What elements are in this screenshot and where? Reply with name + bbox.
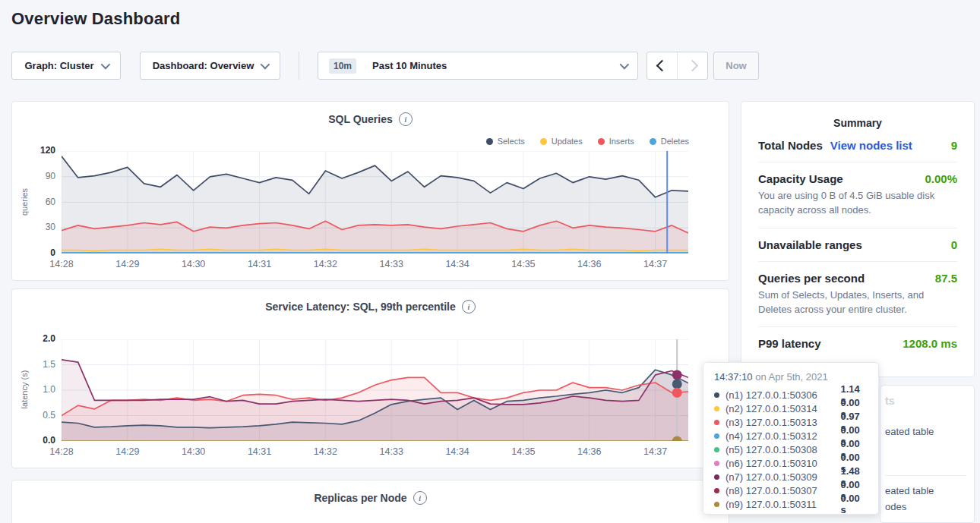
info-icon[interactable]: i	[462, 300, 476, 313]
tooltip-date: on Apr 5th, 2021	[755, 371, 827, 383]
y-axis-tick: 0.5	[12, 410, 55, 421]
x-axis-tick: 14:33	[380, 259, 403, 269]
tooltip-node-label: (n6) 127.0.0.1:50310	[726, 458, 834, 469]
info-icon[interactable]: i	[413, 491, 427, 505]
legend-color-dot	[650, 138, 656, 145]
series-color-dot	[714, 447, 719, 452]
summary-row: P99 latency1208.0 ms	[758, 327, 957, 360]
series-color-dot	[714, 392, 719, 398]
x-axis-tick: 14:37	[643, 446, 667, 457]
tooltip-node-label: (n8) 127.0.0.1:50307	[726, 485, 834, 496]
overview-dashboard-page: Overview Dashboard Graph: Cluster Dashbo…	[0, 0, 980, 523]
tooltip-header: 14:37:10 on Apr 5th, 2021	[714, 371, 868, 383]
legend-item[interactable]: Inserts	[598, 137, 634, 146]
summary-row: Capacity Usage0.00%You are using 0 B of …	[758, 162, 957, 228]
x-axis-tick: 14:32	[314, 259, 337, 269]
tooltip-node-label: (n2) 127.0.0.1:50314	[726, 403, 834, 414]
dashboard-dropdown-label: Dashboard: Overview	[153, 60, 254, 71]
tooltip-node-label: (n4) 127.0.0.1:50312	[726, 430, 834, 442]
chart-svg	[62, 151, 688, 254]
x-axis-tick: 14:36	[577, 446, 601, 457]
summary-rows: Total NodesView nodes list9Capacity Usag…	[758, 129, 957, 360]
page-title: Overview Dashboard	[11, 9, 180, 29]
sql-queries-card: SQL Queries i SelectsUpdatesInsertsDelet…	[11, 101, 729, 281]
legend-color-dot	[540, 138, 547, 145]
legend-label: Deletes	[661, 137, 689, 146]
event-item[interactable]: eated table	[885, 424, 934, 440]
chevron-down-icon	[261, 60, 270, 70]
next-time-button[interactable]	[677, 52, 707, 79]
chevron-down-icon	[100, 60, 110, 70]
summary-row-value: 9	[951, 139, 957, 152]
now-button[interactable]: Now	[713, 52, 759, 80]
summary-row-value: 0	[951, 238, 957, 251]
replicas-per-node-title: Replicas per Node i	[12, 491, 729, 505]
x-axis-tick: 14:28	[49, 446, 73, 457]
event-text-fragment: odes	[885, 499, 934, 515]
summary-row: Unavailable ranges0	[758, 228, 957, 262]
tooltip-node-value: 0.00 s	[840, 493, 868, 515]
y-axis-tick: 1.0	[12, 384, 55, 395]
event-text-fragment: eated table	[885, 483, 934, 499]
service-latency-plot[interactable]	[62, 339, 688, 441]
tooltip-row: (n9) 127.0.0.1:503110.00 s	[714, 497, 868, 511]
summary-row-description: Sum of Selects, Updates, Inserts, and De…	[758, 288, 957, 317]
x-axis-tick: 14:32	[314, 446, 337, 457]
y-axis-tick: 120	[12, 145, 55, 156]
y-axis-tick: 0	[12, 247, 55, 258]
toolbar-divider	[299, 52, 299, 80]
tooltip-node-label: (n9) 127.0.0.1:50311	[726, 499, 834, 510]
series-color-dot	[714, 406, 719, 411]
legend-color-dot	[486, 138, 493, 145]
event-text-fragment: eated table	[885, 426, 934, 437]
chevron-left-icon	[656, 60, 669, 72]
legend-item[interactable]: Deletes	[650, 137, 689, 146]
service-latency-card: Service Latency: SQL, 99th percentile i …	[11, 288, 729, 468]
summary-row-label: Capacity Usage	[758, 172, 843, 185]
y-axis-tick: 0.0	[12, 435, 55, 446]
dashboard-dropdown[interactable]: Dashboard: Overview	[140, 52, 280, 80]
y-axis-tick: 60	[12, 197, 55, 207]
summary-title: Summary	[758, 117, 957, 129]
y-axis-tick: 2.0	[12, 333, 55, 344]
summary-row-value: 0.00%	[925, 172, 957, 185]
chart-title-text: Service Latency: SQL, 99th percentile	[265, 301, 456, 313]
x-axis-tick: 14:37	[643, 259, 667, 269]
x-axis-tick: 14:30	[182, 446, 205, 457]
replicas-per-node-card: Replicas per Node i	[11, 480, 729, 523]
summary-row-description: You are using 0 B of 4.5 GiB usable disk…	[758, 189, 957, 218]
series-color-dot	[714, 420, 719, 425]
x-axis-tick: 14:34	[445, 259, 469, 269]
y-axis-tick: 90	[12, 171, 55, 181]
graph-dropdown[interactable]: Graph: Cluster	[11, 52, 121, 80]
time-range-dropdown[interactable]: 10m Past 10 Minutes	[318, 52, 638, 80]
event-item[interactable]: eated table odes	[885, 483, 934, 515]
summary-row: Queries per second87.5Sum of Selects, Up…	[758, 262, 957, 328]
legend-item[interactable]: Updates	[540, 137, 583, 146]
sql-queries-plot[interactable]	[62, 151, 688, 254]
x-axis-tick: 14:28	[49, 259, 73, 269]
tooltip-node-label: (n3) 127.0.0.1:50313	[726, 417, 834, 428]
chart-svg	[62, 339, 688, 441]
chevron-right-icon	[687, 60, 699, 72]
chart-title-text: SQL Queries	[328, 113, 393, 125]
info-icon[interactable]: i	[399, 112, 413, 126]
time-range-label: Past 10 Minutes	[372, 60, 447, 71]
legend-item[interactable]: Selects	[486, 137, 525, 146]
chevron-down-icon	[620, 60, 630, 70]
summary-row-value: 87.5	[935, 272, 957, 285]
sql-queries-legend: SelectsUpdatesInsertsDeletes	[486, 137, 689, 146]
view-nodes-list-link[interactable]: View nodes list	[830, 139, 912, 152]
prev-time-button[interactable]	[647, 52, 677, 79]
chart-hover-tooltip: 14:37:10 on Apr 5th, 2021 (n1) 127.0.0.1…	[703, 362, 879, 515]
x-axis-tick: 14:31	[248, 259, 271, 269]
tooltip-node-label: (n1) 127.0.0.1:50306	[726, 389, 834, 401]
x-axis-tick: 14:31	[248, 446, 271, 457]
time-step-buttons	[646, 52, 708, 80]
series-color-dot	[714, 461, 719, 466]
series-color-dot	[714, 488, 719, 493]
x-axis-tick: 14:29	[115, 446, 139, 457]
graph-dropdown-label: Graph: Cluster	[24, 60, 93, 71]
service-latency-title: Service Latency: SQL, 99th percentile i	[12, 300, 729, 313]
series-color-dot	[714, 502, 719, 507]
